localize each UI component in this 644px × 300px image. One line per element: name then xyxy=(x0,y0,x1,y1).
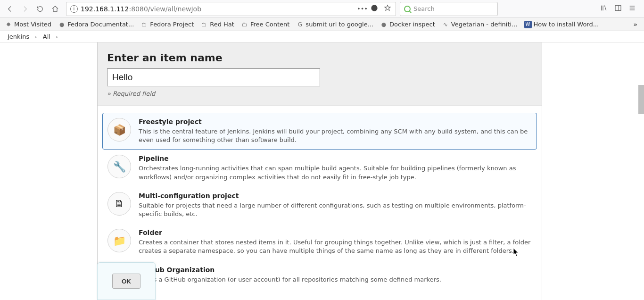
sidebar-icon[interactable] xyxy=(614,4,622,13)
reload-button[interactable] xyxy=(33,2,47,16)
browser-toolbar: i 192.168.1.112:8080/view/all/newJob •••… xyxy=(0,0,644,18)
bookmark-icon: G xyxy=(296,21,304,28)
item-type-list: 📦 Freestyle project This is the central … xyxy=(98,106,542,300)
bookmark-icon: 🗀 xyxy=(140,21,148,28)
bookmark-install-word[interactable]: W How to install Word... xyxy=(524,21,599,28)
bookmark-submit-google[interactable]: G submit url to google... xyxy=(296,21,373,28)
bookmark-icon: W xyxy=(524,21,532,28)
bookmark-most-visited[interactable]: ✸ Most Visited xyxy=(5,21,51,28)
search-placeholder: Search xyxy=(413,5,435,12)
option-freestyle-project[interactable]: 📦 Freestyle project This is the central … xyxy=(102,113,537,150)
url-path: :8080/view/all/newJob xyxy=(129,5,201,13)
right-margin xyxy=(542,42,644,300)
breadcrumb: Jenkins ▸ All ▸ xyxy=(0,31,644,42)
breadcrumb-jenkins[interactable]: Jenkins xyxy=(8,33,29,40)
bookmark-label: submit url to google... xyxy=(305,21,373,28)
bookmark-docker-inspect[interactable]: ● Docker inspect xyxy=(380,21,435,28)
option-pipeline[interactable]: 🔧 Pipeline Orchestrates long-running act… xyxy=(102,150,537,186)
main-content: Enter an item name » Required field 📦 Fr… xyxy=(97,42,542,300)
url-host: 192.168.1.112 xyxy=(81,5,129,13)
bookmark-overflow-icon[interactable]: » xyxy=(634,21,639,28)
bookmark-star-icon[interactable] xyxy=(383,4,392,13)
option-github-org[interactable]: 🐙 GitHub Organization Scans a GitHub org… xyxy=(102,261,537,295)
bookmark-icon: ∿ xyxy=(442,21,449,28)
bookmark-label: Most Visited xyxy=(14,21,51,28)
left-margin xyxy=(0,42,97,300)
bookmark-icon: 🗀 xyxy=(241,21,248,28)
bookmark-fedora-project[interactable]: 🗀 Fedora Project xyxy=(140,21,194,28)
option-desc: This is the central feature of Jenkins. … xyxy=(139,127,532,144)
option-folder[interactable]: 📁 Folder Creates a container that stores… xyxy=(102,224,537,260)
folder-icon: 📁 xyxy=(107,229,131,252)
breadcrumb-all[interactable]: All xyxy=(43,33,50,40)
option-multi-config[interactable]: 🗎 Multi-configuration project Suitable f… xyxy=(102,187,537,224)
bookmark-label: Free Content xyxy=(250,21,289,28)
option-title: Pipeline xyxy=(139,155,532,162)
url-text: 192.168.1.112:8080/view/all/newJob xyxy=(81,5,354,13)
bookmark-label: Vegetarian - definiti... xyxy=(451,21,518,28)
ok-button[interactable]: OK xyxy=(112,274,140,289)
library-icon[interactable] xyxy=(600,4,608,13)
bookmark-label: Red Hat xyxy=(210,21,234,28)
option-title: GitHub Organization xyxy=(139,266,532,274)
search-bar[interactable]: Search xyxy=(400,2,498,16)
bookmark-free-content[interactable]: 🗀 Free Content xyxy=(241,21,289,28)
menu-icon[interactable] xyxy=(628,4,636,13)
item-name-input[interactable] xyxy=(107,68,320,86)
submit-panel: OK xyxy=(97,262,156,300)
home-button[interactable] xyxy=(48,2,62,16)
bookmark-red-hat[interactable]: 🗀 Red Hat xyxy=(200,21,234,28)
option-desc: Orchestrates long-running activities tha… xyxy=(139,164,532,181)
page-actions-icon[interactable]: ••• xyxy=(357,5,365,12)
bookmark-fedora-doc[interactable]: ● Fedora Documentat... xyxy=(58,21,134,28)
site-info-icon[interactable]: i xyxy=(70,5,78,13)
bookmark-vegetarian[interactable]: ∿ Vegetarian - definiti... xyxy=(442,21,518,28)
bookmark-icon: 🗀 xyxy=(200,21,208,28)
bookmark-label: Fedora Documentat... xyxy=(67,21,134,28)
option-title: Freestyle project xyxy=(139,118,532,125)
option-title: Multi-configuration project xyxy=(139,192,532,200)
multi-config-icon: 🗎 xyxy=(107,192,131,216)
bookmark-icon: ● xyxy=(380,21,388,28)
option-desc: Suitable for projects that need a large … xyxy=(139,201,532,218)
svg-rect-0 xyxy=(615,6,621,11)
bookmark-label: How to install Word... xyxy=(534,21,599,28)
url-bar[interactable]: i 192.168.1.112:8080/view/all/newJob ••• xyxy=(66,2,396,16)
scrollbar-thumb[interactable] xyxy=(638,85,644,114)
chevron-right-icon: ▸ xyxy=(31,34,41,39)
forward-button[interactable] xyxy=(18,2,32,16)
search-icon xyxy=(404,6,411,12)
pocket-icon[interactable] xyxy=(370,4,379,13)
bookmark-icon: ● xyxy=(58,21,66,28)
option-desc: Scans a GitHub organization (or user acc… xyxy=(139,275,532,284)
bookmarks-bar: ✸ Most Visited ● Fedora Documentat... 🗀 … xyxy=(0,18,644,31)
freestyle-icon: 📦 xyxy=(107,118,131,142)
back-button[interactable] xyxy=(3,2,17,16)
option-title: Folder xyxy=(139,229,532,236)
bookmark-label: Fedora Project xyxy=(150,21,194,28)
pipeline-icon: 🔧 xyxy=(107,155,131,178)
option-desc: Creates a container that stores nested i… xyxy=(139,238,532,255)
chevron-right-icon: ▸ xyxy=(52,34,62,39)
page-title: Enter an item name xyxy=(107,52,532,64)
bookmark-icon: ✸ xyxy=(5,21,12,28)
bookmark-label: Docker inspect xyxy=(389,21,435,28)
required-hint: » Required field xyxy=(107,90,532,97)
